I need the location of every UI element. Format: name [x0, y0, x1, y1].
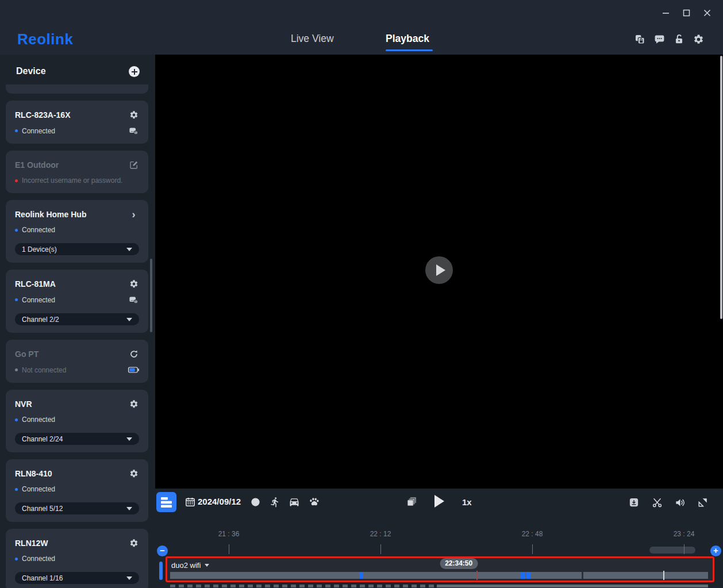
timeline-zoom-in-button[interactable]: + [710, 545, 721, 556]
chevron-down-icon [126, 248, 132, 251]
close-button[interactable] [700, 6, 714, 20]
device-name: Reolink Home Hub [15, 209, 86, 220]
timeline-track[interactable]: 22:34:50 [170, 572, 708, 579]
app-window: Reolink Live View Playback Device [0, 0, 723, 588]
play-overlay-button[interactable] [425, 256, 453, 284]
chevron-down-icon [126, 577, 132, 580]
clip-scissors-icon[interactable] [651, 497, 663, 508]
device-status: Incorrect username or password. [15, 176, 122, 185]
device-status-text: Connected [22, 127, 55, 135]
device-card[interactable]: RLC-823A-16X Connected [6, 101, 148, 144]
person-filter-icon[interactable] [269, 496, 280, 508]
sidebar-scrollbar[interactable] [150, 259, 152, 332]
device-card[interactable]: E1 Outdoor Incorrect username or passwor… [6, 151, 148, 193]
video-viewport[interactable] [155, 55, 723, 489]
device-card-status-row: Connected [15, 225, 139, 235]
status-dot [15, 129, 18, 132]
device-name: NVR [15, 398, 32, 410]
chevron-down-icon [126, 437, 132, 441]
device-card-title-row: RLC-81MA [15, 278, 139, 290]
dropdown-label: Channel 5/12 [22, 505, 63, 513]
main-area: 2024/09/12 1x [155, 55, 723, 588]
settings-gear-icon[interactable] [693, 34, 704, 45]
multi-device-lock-icon[interactable] [634, 34, 645, 45]
refresh-icon[interactable] [128, 349, 139, 360]
play-button[interactable] [434, 495, 444, 508]
device-channel-dropdown[interactable]: Channel 2/2 [15, 313, 139, 325]
gear-icon[interactable] [128, 279, 139, 290]
frame-by-frame-icon[interactable] [406, 496, 417, 509]
playback-date[interactable]: 2024/09/12 [198, 497, 241, 506]
camera-name: duo2 wifi [171, 561, 201, 570]
device-card[interactable]: RLN8-410 Connected Channel 5/12 [6, 459, 148, 522]
device-status-text: Connected [22, 555, 55, 563]
download-icon[interactable] [628, 497, 640, 508]
status-dot [15, 418, 18, 421]
sidebar-header: Device [0, 55, 155, 84]
device-card-partial[interactable] [6, 84, 148, 94]
device-card[interactable]: RLC-81MA Connected Channel 2/2 [6, 270, 148, 333]
device-status: Connected [15, 416, 55, 424]
device-card-status-row: Connected [15, 554, 139, 564]
dropdown-label: Channel 2/24 [22, 435, 63, 443]
maximize-button[interactable] [679, 6, 693, 20]
chevron-icon[interactable]: › [128, 209, 139, 220]
calendar-icon[interactable] [185, 497, 195, 509]
device-card[interactable]: RLN12W Connected Channel 1/16 [6, 529, 148, 588]
playhead[interactable] [476, 571, 478, 580]
audio-speaker-icon[interactable] [674, 497, 686, 508]
timeline-zoom-out-button[interactable]: − [157, 545, 168, 556]
tab-live-view[interactable]: Live View [291, 33, 334, 45]
device-status: Connected [15, 127, 55, 135]
time-tick [380, 544, 381, 554]
device-channel-dropdown[interactable]: Channel 1/16 [15, 572, 139, 584]
camera-badge-icon [128, 125, 139, 136]
animal-filter-icon[interactable] [308, 496, 320, 508]
status-dot [15, 229, 18, 232]
device-card-title-row: E1 Outdoor [15, 159, 139, 171]
device-name: E1 Outdoor [15, 159, 59, 171]
dropdown-label: 1 Device(s) [22, 245, 57, 253]
device-status: Connected [15, 555, 55, 563]
header-actions [634, 34, 704, 45]
device-channel-dropdown[interactable]: Channel 5/12 [15, 502, 139, 514]
device-card[interactable]: Go PT Not connected [6, 340, 148, 383]
device-card[interactable]: NVR Connected Channel 2/24 [6, 390, 148, 452]
playhead-time-tooltip: 22:34:50 [440, 558, 478, 569]
gear-icon[interactable] [128, 468, 139, 479]
device-card-status-row: Incorrect username or password. [15, 175, 139, 186]
device-card-status-row: Connected [15, 484, 139, 494]
device-name: RLN12W [15, 537, 48, 549]
device-status-text: Incorrect username or password. [22, 176, 122, 185]
unlock-icon[interactable] [674, 34, 684, 45]
device-card[interactable]: Reolink Home Hub › Connected 1 Device(s) [6, 200, 148, 263]
gear-icon[interactable] [128, 110, 139, 121]
device-status-text: Connected [22, 296, 55, 304]
camera-badge-icon [128, 294, 139, 305]
device-name: RLC-81MA [15, 278, 56, 290]
device-card-status-row: Connected [15, 414, 139, 425]
camera-selector[interactable]: duo2 wifi [171, 561, 209, 570]
reolink-logo: Reolink [17, 30, 73, 48]
gear-icon[interactable] [128, 399, 139, 410]
playback-speed[interactable]: 1x [462, 497, 472, 507]
status-dot [15, 298, 18, 301]
add-device-button[interactable] [129, 66, 140, 77]
device-channel-dropdown[interactable]: 1 Device(s) [15, 243, 139, 255]
device-card-title-row: Go PT [15, 348, 139, 360]
device-card-status-row: Not connected [15, 364, 139, 375]
feedback-chat-icon[interactable] [654, 34, 665, 45]
status-dot [15, 368, 18, 371]
motion-ball-filter-icon[interactable] [249, 496, 261, 508]
vehicle-filter-icon[interactable] [289, 496, 300, 508]
gear-icon[interactable] [128, 538, 139, 549]
device-status-text: Connected [22, 485, 55, 493]
fullscreen-icon[interactable] [697, 497, 709, 508]
timeline-horizontal-scrollbar[interactable] [649, 547, 695, 554]
edit-icon[interactable] [128, 160, 139, 171]
main-vertical-scrollbar[interactable] [720, 56, 722, 319]
tab-playback[interactable]: Playback [386, 33, 429, 45]
minimize-button[interactable] [659, 6, 672, 20]
device-channel-dropdown[interactable]: Channel 2/24 [15, 433, 139, 445]
timeline-view-toggle-button[interactable] [156, 492, 176, 512]
